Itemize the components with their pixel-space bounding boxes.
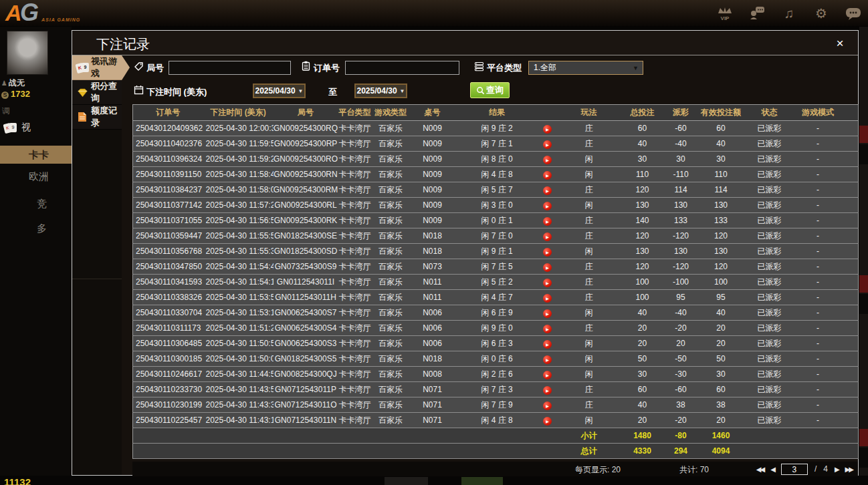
column-header: 桌号 <box>410 105 455 121</box>
cell-payout: 130 <box>663 198 699 213</box>
background-lobby-item: K9 视 <box>4 122 31 134</box>
cell-valid-bet: 38 <box>699 397 743 413</box>
cell-filler <box>840 336 859 351</box>
cell-filler <box>840 351 859 367</box>
play-video-icon[interactable]: ▶ <box>543 294 552 303</box>
music-icon[interactable]: ♫ <box>780 4 798 23</box>
table-row: 2504301103842372025-04-30 11:58:08GN0092… <box>133 182 859 198</box>
play-video-icon[interactable]: ▶ <box>543 202 552 210</box>
column-header: 有效投注额 <box>699 105 743 121</box>
settings-gear-icon[interactable]: ⚙ <box>812 4 831 23</box>
play-video-icon[interactable]: ▶ <box>543 417 552 426</box>
play-video-icon[interactable]: ▶ <box>543 156 552 164</box>
cell-game-number: GN009254300RP <box>274 136 338 152</box>
cell-valid-bet: 95 <box>699 290 743 305</box>
prev-page-icon[interactable]: ◀ <box>770 466 774 473</box>
cell-bet-time: 2025-04-30 11:53:57 <box>203 290 274 305</box>
background-menu-item[interactable]: 多 <box>37 222 47 235</box>
cell-bet-time: 2025-04-30 11:57:28 <box>203 198 274 213</box>
cell-table-number: N009 <box>410 152 455 167</box>
cell-total-bet: 30 <box>623 367 663 382</box>
cell-result: 闲 0 庄 6 <box>455 351 539 367</box>
next-page-icon[interactable]: ▶ <box>835 466 839 473</box>
cell-total-bet: 20 <box>623 321 663 336</box>
customer-service-icon[interactable] <box>748 4 766 23</box>
document-icon <box>76 112 88 123</box>
background-fragment <box>461 477 503 485</box>
chat-icon[interactable] <box>844 4 863 23</box>
cell-bet-on: 庄 <box>556 275 623 290</box>
cell-result: 闲 5 庄 7 <box>455 182 539 198</box>
cell-status: 已派彩 <box>743 305 796 321</box>
play-video-icon[interactable]: ▶ <box>543 248 552 257</box>
cell-result: 闲 4 庄 8 <box>455 167 539 182</box>
cell-total-bet: 110 <box>623 167 663 182</box>
first-page-icon[interactable]: ◀◀ <box>756 466 764 473</box>
play-video-icon[interactable]: ▶ <box>543 186 552 195</box>
cell-order-number: 250430110306485 <box>133 336 203 351</box>
cell-result: 闲 7 庄 9 <box>455 397 539 413</box>
grand-total-total-bet: 4330 <box>623 444 663 459</box>
cell-bet-time: 2025-04-30 11:54:48 <box>203 259 274 275</box>
play-video-icon[interactable]: ▶ <box>543 125 552 134</box>
tab-video-games[interactable]: K9 视讯游戏 <box>72 55 122 80</box>
background-menu-item[interactable]: 欧洲 <box>29 170 49 183</box>
cell-valid-bet: 40 <box>699 136 743 152</box>
cell-bet-on: 庄 <box>556 397 623 413</box>
cell-payout: -40 <box>663 305 699 321</box>
per-page-label: 每页显示: 20 <box>575 464 621 476</box>
play-video-icon[interactable]: ▶ <box>543 309 552 318</box>
date-from-button[interactable]: 2025/04/30▼ <box>253 84 306 98</box>
play-video-icon[interactable]: ▶ <box>543 263 552 272</box>
cell-filler <box>840 382 859 397</box>
cell-bet-time: 2025-04-30 11:54:14 <box>203 275 274 290</box>
cell-result: 闲 7 庄 1 <box>455 136 539 152</box>
cell-table-number: N009 <box>410 167 455 182</box>
page-input[interactable]: 3 <box>781 464 808 475</box>
play-video-icon[interactable]: ▶ <box>543 232 552 241</box>
cell-game-number: GN009254300RL <box>274 198 338 213</box>
cell-bet-on: 闲 <box>556 198 623 213</box>
search-form: 局号 订单号 平台类型 1.全部 ▼ <box>122 55 858 104</box>
tab-quota-records[interactable]: 额度记录 <box>72 105 122 130</box>
cell-total-bet: 130 <box>623 244 663 259</box>
vip-icon[interactable]: VIP <box>716 4 734 23</box>
date-to-button[interactable]: 2025/04/30▼ <box>354 84 407 98</box>
play-video-icon[interactable]: ▶ <box>543 217 552 226</box>
svg-text:VIP: VIP <box>721 15 730 21</box>
game-number-input[interactable] <box>169 61 291 75</box>
cell-platform: 卡卡湾厅 <box>338 213 372 228</box>
cell-table-number: N018 <box>410 244 455 259</box>
play-video-icon[interactable]: ▶ <box>543 325 552 333</box>
play-video-icon[interactable]: ▶ <box>543 386 552 395</box>
play-video-icon[interactable]: ▶ <box>543 140 552 149</box>
cell-game-number: GN006254300S7 <box>274 305 338 321</box>
tab-points-query[interactable]: 积分查询 <box>72 80 122 105</box>
order-number-input[interactable] <box>345 61 459 75</box>
play-video-icon[interactable]: ▶ <box>543 340 552 349</box>
background-menu-item[interactable]: 竞 <box>37 198 47 210</box>
table-row: 2504301102254572025-04-30 11:43:13GN0712… <box>133 413 859 428</box>
platform-type-select[interactable]: 1.全部 ▼ <box>528 61 643 75</box>
topbar: A G ASIA GAMING VIP ♫ ⚙ <box>0 0 868 27</box>
table-row: 2504301103383262025-04-30 11:53:57GN0112… <box>133 290 859 305</box>
avatar <box>7 31 48 75</box>
last-page-icon[interactable]: ▶▶ <box>845 466 853 473</box>
tab-label: 额度记录 <box>91 105 122 129</box>
play-video-icon[interactable]: ▶ <box>543 371 552 379</box>
total-pages: 4 <box>823 464 828 474</box>
cell-game-number: GN0712543011N <box>274 413 338 428</box>
cell-order-number: 250430110402376 <box>133 136 203 152</box>
dialog-main: 局号 订单号 平台类型 1.全部 ▼ <box>122 55 858 475</box>
play-video-icon[interactable]: ▶ <box>543 355 552 364</box>
play-video-icon[interactable]: ▶ <box>543 279 552 287</box>
close-icon[interactable]: × <box>833 36 847 51</box>
play-video-icon[interactable]: ▶ <box>543 401 552 410</box>
order-number-label: 订单号 <box>314 62 340 74</box>
cell-total-bet: 60 <box>623 382 663 397</box>
play-video-icon[interactable]: ▶ <box>543 171 552 180</box>
background-menu-item-active[interactable]: 卡卡 <box>0 146 72 164</box>
search-button[interactable]: 查询 <box>470 82 510 98</box>
cell-bet-on: 庄 <box>556 290 623 305</box>
cell-game-type: 百家乐 <box>372 413 410 428</box>
